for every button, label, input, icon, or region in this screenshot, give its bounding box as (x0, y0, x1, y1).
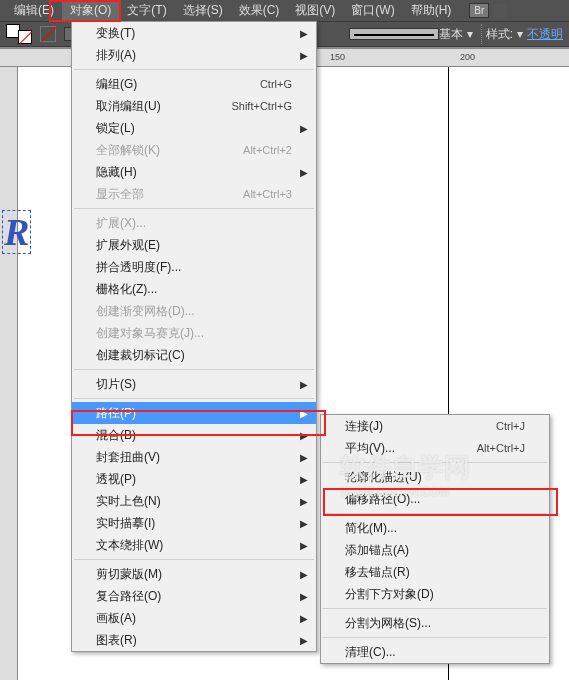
menu-item-label: 隐藏(H) (96, 164, 137, 181)
menu-item-label: 平均(V)... (345, 440, 395, 457)
menu-separator (74, 69, 314, 70)
menu-item-label: 全部解锁(K) (96, 142, 160, 159)
menu-item[interactable]: 连接(J)Ctrl+J (321, 415, 549, 437)
menu-separator (74, 398, 314, 399)
menu-help[interactable]: 帮助(H) (403, 0, 460, 21)
menu-item-label: 变换(T) (96, 25, 135, 42)
menu-item[interactable]: 实时上色(N)▶ (72, 490, 316, 512)
submenu-arrow-icon: ▶ (300, 379, 308, 390)
menu-effect[interactable]: 效果(C) (231, 0, 288, 21)
submenu-arrow-icon: ▶ (300, 408, 308, 419)
menu-item-label: 分割为网格(S)... (345, 615, 431, 632)
fill-stroke-swatch[interactable] (6, 24, 32, 44)
menu-item-label: 移去锚点(R) (345, 564, 410, 581)
menu-item-label: 扩展外观(E) (96, 237, 160, 254)
menu-item[interactable]: 创建裁切标记(C) (72, 344, 316, 366)
menu-item[interactable]: 透视(P)▶ (72, 468, 316, 490)
submenu-arrow-icon: ▶ (300, 50, 308, 61)
object-menu-dropdown: 变换(T)▶排列(A)▶编组(G)Ctrl+G取消编组(U)Shift+Ctrl… (71, 21, 317, 652)
selected-text-object[interactable]: R (2, 210, 31, 254)
menu-shortcut: Alt+Ctrl+3 (223, 188, 292, 200)
menu-item[interactable]: 文本绕排(W)▶ (72, 534, 316, 556)
menu-item-label: 实时描摹(I) (96, 515, 155, 532)
menu-item[interactable]: 拼合透明度(F)... (72, 256, 316, 278)
menu-item[interactable]: 复合路径(O)▶ (72, 585, 316, 607)
menu-item[interactable]: 移去锚点(R) (321, 561, 549, 583)
menu-separator (74, 208, 314, 209)
menu-item[interactable]: 变换(T)▶ (72, 22, 316, 44)
submenu-arrow-icon: ▶ (300, 635, 308, 646)
menu-item[interactable]: 编组(G)Ctrl+G (72, 73, 316, 95)
stroke-preview[interactable] (349, 28, 439, 40)
menu-item[interactable]: 分割为网格(S)... (321, 612, 549, 634)
menu-item: 全部解锁(K)Alt+Ctrl+2 (72, 139, 316, 161)
style-dropdown-icon[interactable]: ▾ (513, 27, 527, 41)
menu-item[interactable]: 轮廓化描边(U) (321, 466, 549, 488)
submenu-arrow-icon: ▶ (300, 474, 308, 485)
menu-item-label: 连接(J) (345, 418, 383, 435)
submenu-arrow-icon: ▶ (300, 430, 308, 441)
submenu-arrow-icon: ▶ (300, 496, 308, 507)
menu-item-label: 栅格化(Z)... (96, 281, 157, 298)
menu-item[interactable]: 实时描摹(I)▶ (72, 512, 316, 534)
menu-item[interactable]: 封套扭曲(V)▶ (72, 446, 316, 468)
stroke-basic-label: 基本 (439, 26, 463, 43)
menu-item[interactable]: 添加锚点(A) (321, 539, 549, 561)
menu-item[interactable]: 偏移路径(O)... (321, 488, 549, 510)
ruler-tick: 150 (330, 52, 345, 62)
menu-item[interactable]: 画板(A)▶ (72, 607, 316, 629)
submenu-arrow-icon: ▶ (300, 28, 308, 39)
menu-item[interactable]: 平均(V)...Alt+Ctrl+J (321, 437, 549, 459)
menu-item-label: 分割下方对象(D) (345, 586, 434, 603)
menu-edit[interactable]: 编辑(E) (6, 0, 62, 21)
menu-object[interactable]: 对象(O) (62, 0, 119, 21)
submenu-arrow-icon: ▶ (300, 591, 308, 602)
workspace-switcher-icon[interactable] (493, 4, 507, 18)
menu-item[interactable]: 分割下方对象(D) (321, 583, 549, 605)
menu-item[interactable]: 混合(B)▶ (72, 424, 316, 446)
menu-shortcut: Ctrl+J (476, 420, 525, 432)
opacity-link[interactable]: 不透明 (527, 26, 563, 43)
submenu-arrow-icon: ▶ (300, 167, 308, 178)
menu-item[interactable]: 排列(A)▶ (72, 44, 316, 66)
separator (481, 24, 482, 44)
menu-item-label: 剪切蒙版(M) (96, 566, 162, 583)
menu-item[interactable]: 清理(C)... (321, 641, 549, 663)
menu-text[interactable]: 文字(T) (119, 0, 174, 21)
menu-item[interactable]: 扩展外观(E) (72, 234, 316, 256)
menu-item-label: 文本绕排(W) (96, 537, 163, 554)
menu-item[interactable]: 切片(S)▶ (72, 373, 316, 395)
menu-item-label: 路径(P) (96, 405, 136, 422)
menu-item-label: 图表(R) (96, 632, 137, 649)
menu-item: 扩展(X)... (72, 212, 316, 234)
menu-item[interactable]: 隐藏(H)▶ (72, 161, 316, 183)
menu-shortcut: Shift+Ctrl+G (211, 100, 292, 112)
menu-separator (74, 369, 314, 370)
menu-item-label: 排列(A) (96, 47, 136, 64)
menu-item[interactable]: 剪切蒙版(M)▶ (72, 563, 316, 585)
menu-view[interactable]: 视图(V) (287, 0, 343, 21)
bridge-button[interactable]: Br (469, 3, 489, 18)
menu-item-label: 透视(P) (96, 471, 136, 488)
menu-item-label: 添加锚点(A) (345, 542, 409, 559)
submenu-arrow-icon: ▶ (300, 540, 308, 551)
menu-item-label: 编组(G) (96, 76, 137, 93)
none-color-icon[interactable] (40, 26, 56, 42)
menu-item[interactable]: 图表(R)▶ (72, 629, 316, 651)
menu-window[interactable]: 窗口(W) (343, 0, 402, 21)
menu-item[interactable]: 栅格化(Z)... (72, 278, 316, 300)
menu-item[interactable]: 取消编组(U)Shift+Ctrl+G (72, 95, 316, 117)
menu-item[interactable]: 锁定(L)▶ (72, 117, 316, 139)
dropdown-icon[interactable]: ▾ (463, 27, 477, 41)
menu-select[interactable]: 选择(S) (175, 0, 231, 21)
menu-item-label: 清理(C)... (345, 644, 396, 661)
menu-item[interactable]: 简化(M)... (321, 517, 549, 539)
menu-item-label: 画板(A) (96, 610, 136, 627)
menu-item[interactable]: 路径(P)▶ (72, 402, 316, 424)
menu-item-label: 复合路径(O) (96, 588, 161, 605)
menu-item: 显示全部Alt+Ctrl+3 (72, 183, 316, 205)
menu-shortcut: Alt+Ctrl+J (457, 442, 525, 454)
stroke-swatch[interactable] (18, 30, 32, 44)
menu-item-label: 扩展(X)... (96, 215, 146, 232)
menu-separator (323, 637, 547, 638)
